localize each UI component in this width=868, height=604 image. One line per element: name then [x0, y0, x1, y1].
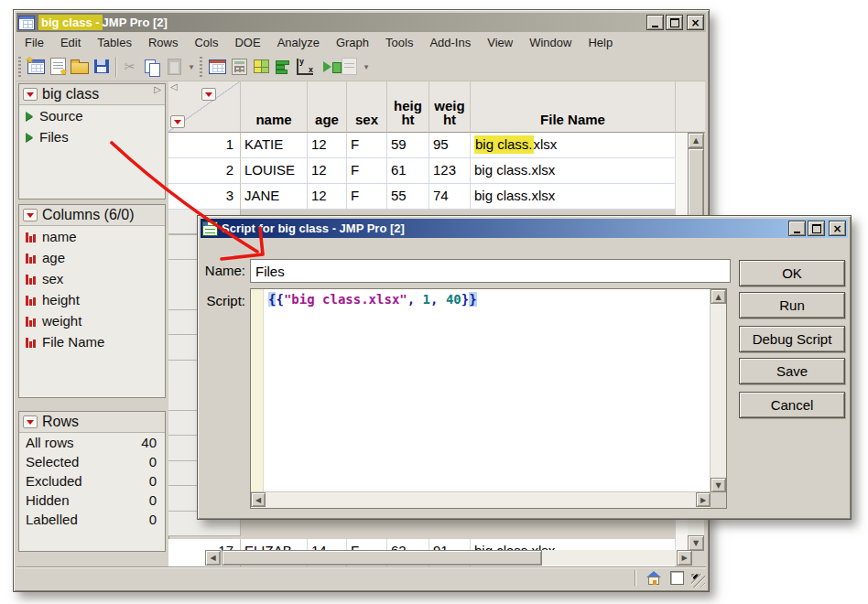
cell-age[interactable]: 12	[308, 133, 347, 158]
status-checkbox[interactable]	[670, 571, 684, 585]
paste-icon[interactable]	[164, 57, 184, 77]
maximize-icon[interactable]	[666, 15, 683, 30]
row-number-cell[interactable]: 1	[168, 133, 241, 158]
column-header-weight[interactable]: weig ht	[429, 81, 471, 133]
toolbar-grip[interactable]	[18, 57, 21, 77]
scroll-up-icon[interactable]: ▲	[711, 289, 726, 304]
dialog-titlebar[interactable]: Script for big class - JMP Pro [2] ×	[201, 219, 848, 238]
column-header-name[interactable]: name	[241, 81, 308, 133]
editor-horizontal-scrollbar[interactable]: ◀ ▶	[251, 491, 711, 508]
scroll-right-icon[interactable]: ▶	[677, 550, 692, 566]
table-horizontal-scrollbar[interactable]: ◀ ▶	[205, 550, 692, 566]
column-item-name[interactable]: name	[19, 226, 165, 247]
scroll-up-icon[interactable]: ▲	[688, 133, 704, 148]
cell-weight[interactable]: 74	[429, 184, 471, 210]
red-triangle-menu-icon[interactable]	[23, 88, 38, 101]
open-file-icon[interactable]	[70, 57, 90, 77]
row-number-cell[interactable]: 2	[168, 158, 241, 184]
menu-file[interactable]: File	[16, 34, 52, 51]
menu-view[interactable]: View	[479, 34, 521, 51]
script-editor[interactable]: {{"big class.xlsx", 1, 40}} ▲ ▼ ◀ ▶	[250, 288, 727, 509]
menu-doe[interactable]: DOE	[226, 34, 268, 51]
cell-height[interactable]: 61	[387, 158, 429, 184]
red-triangle-menu-icon[interactable]	[23, 415, 38, 428]
run-button[interactable]: Run	[739, 292, 845, 318]
new-data-table-icon[interactable]: ★	[26, 57, 46, 77]
menu-analyze[interactable]: Analyze	[269, 34, 328, 51]
editor-vertical-scrollbar[interactable]: ▲ ▼	[710, 289, 726, 492]
column-item-weight[interactable]: weight	[19, 310, 165, 331]
scroll-down-icon[interactable]: ▼	[711, 478, 726, 492]
cut-icon[interactable]: ✂	[120, 57, 140, 77]
script-code-line[interactable]: {{"big class.xlsx", 1, 40}}	[268, 292, 477, 307]
toolbar-overflow-icon[interactable]: ▾	[186, 57, 197, 77]
scroll-right-icon[interactable]: ▶	[696, 492, 711, 507]
cell-sex[interactable]: F	[347, 158, 387, 184]
maximize-icon[interactable]	[808, 221, 825, 236]
corner-collapse-icon[interactable]: ◁	[170, 82, 178, 92]
green-disclosure-icon[interactable]	[26, 112, 33, 121]
resize-grip[interactable]	[691, 574, 705, 588]
calculator-icon[interactable]	[229, 57, 249, 77]
cell-height[interactable]: 55	[387, 184, 429, 210]
scroll-left-icon[interactable]: ◀	[251, 492, 266, 507]
tables-tools-icon[interactable]	[207, 57, 227, 77]
cell-file-name[interactable]: big class.xlsx	[471, 184, 676, 210]
split-table-icon[interactable]	[251, 57, 271, 77]
menu-window[interactable]: Window	[521, 34, 580, 51]
minimize-icon[interactable]	[646, 15, 664, 30]
red-triangle-menu-icon[interactable]	[23, 209, 38, 221]
cell-name[interactable]: KATIE	[241, 133, 308, 158]
launch-analysis-icon[interactable]	[317, 57, 337, 77]
copy-icon[interactable]	[142, 57, 162, 77]
cell-name[interactable]: LOUISE	[241, 158, 308, 184]
home-icon[interactable]	[646, 571, 661, 585]
ok-button[interactable]: OK	[739, 260, 845, 286]
script-name-input[interactable]	[250, 259, 731, 283]
edit-script-icon[interactable]	[339, 57, 359, 77]
menu-tools[interactable]: Tools	[377, 34, 421, 51]
scrollbar-thumb[interactable]	[222, 550, 542, 566]
new-script-icon[interactable]: ★	[48, 57, 68, 77]
cell-name[interactable]: JANE	[241, 184, 308, 210]
columns-menu-icon[interactable]	[201, 88, 216, 101]
fit-y-by-x-icon[interactable]: yx	[295, 57, 315, 77]
column-item-file-name[interactable]: File Name	[19, 331, 165, 352]
cell-sex[interactable]: F	[347, 133, 387, 158]
close-icon[interactable]: ×	[829, 221, 846, 236]
menu-rows[interactable]: Rows	[140, 34, 187, 51]
row-number-cell[interactable]: 3	[168, 184, 241, 210]
panel-collapse-icon[interactable]: ▷	[154, 84, 161, 94]
column-item-age[interactable]: age	[19, 247, 165, 268]
toolbar-overflow-icon[interactable]: ▾	[361, 57, 372, 77]
menu-tables[interactable]: Tables	[89, 34, 140, 51]
save-icon[interactable]	[92, 57, 112, 77]
column-item-height[interactable]: height	[19, 289, 165, 310]
close-icon[interactable]: ×	[687, 15, 704, 30]
table-corner-cell[interactable]: ◁	[168, 81, 241, 133]
cell-weight[interactable]: 95	[429, 133, 471, 158]
debug-script-button[interactable]: Debug Script	[739, 326, 845, 352]
rows-menu-icon[interactable]	[170, 115, 185, 128]
menu-addins[interactable]: Add-Ins	[421, 34, 479, 51]
minimize-icon[interactable]	[788, 221, 806, 236]
cell-height[interactable]: 59	[387, 133, 429, 158]
main-titlebar[interactable]: big class - JMP Pro [2] ×	[16, 13, 706, 32]
cell-age[interactable]: 12	[308, 184, 347, 210]
sidebar-item-files[interactable]: Files	[19, 126, 165, 147]
cell-weight[interactable]: 123	[429, 158, 471, 184]
cancel-button[interactable]: Cancel	[739, 392, 845, 418]
scroll-down-icon[interactable]: ▼	[688, 535, 704, 551]
scroll-left-icon[interactable]: ◀	[205, 550, 221, 566]
column-header-file-name[interactable]: File Name	[471, 81, 676, 133]
column-header-height[interactable]: heig ht	[387, 81, 429, 133]
toolbar-grip[interactable]	[200, 57, 202, 77]
graph-builder-icon[interactable]	[273, 57, 293, 77]
menu-cols[interactable]: Cols	[186, 34, 226, 51]
sidebar-item-source[interactable]: Source	[19, 105, 165, 126]
cell-age[interactable]: 12	[308, 158, 347, 184]
column-header-age[interactable]: age	[308, 81, 347, 133]
save-button[interactable]: Save	[739, 358, 845, 384]
green-disclosure-icon[interactable]	[26, 133, 33, 142]
menu-edit[interactable]: Edit	[52, 34, 89, 51]
